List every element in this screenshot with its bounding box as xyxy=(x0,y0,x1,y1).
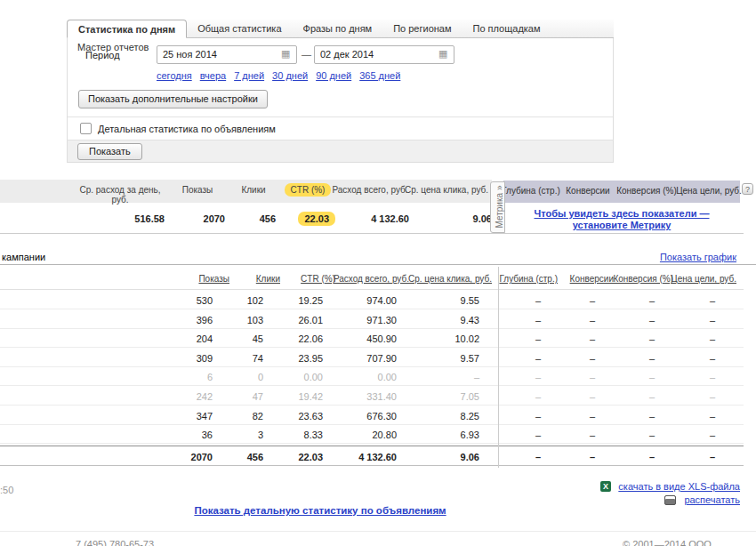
campaign-cell: – xyxy=(710,411,715,422)
summary-column-header: Ср. цена клика, руб. xyxy=(398,185,495,195)
campaign-cell: 9.43 xyxy=(461,315,479,325)
campaign-cell: 0 xyxy=(258,372,263,382)
quick-range-link[interactable]: вчера xyxy=(200,70,226,81)
campaign-column-header[interactable]: Глубина (стр.) xyxy=(499,274,558,284)
total-cell: 4 132.60 xyxy=(358,452,397,462)
campaign-cell: 45 xyxy=(253,333,263,344)
campaign-cell: 676.30 xyxy=(366,411,397,422)
campaign-row: 600.000.00––––– xyxy=(0,367,744,386)
summary-value: 2070 xyxy=(204,213,225,224)
campaign-column-header[interactable]: Расход всего, руб. xyxy=(334,274,409,284)
campaign-cell: 0.00 xyxy=(378,372,397,382)
campaign-column-header[interactable]: Конверсия (%) xyxy=(613,274,673,284)
campaign-cell: – xyxy=(710,372,715,382)
campaign-cell: 26.01 xyxy=(298,315,323,325)
total-cell: – xyxy=(710,452,715,462)
campaign-cell: – xyxy=(590,315,595,325)
metrika-column-header: Конверсия (%) xyxy=(611,186,682,196)
divider xyxy=(0,264,756,265)
tab-4[interactable]: По регионам xyxy=(382,20,462,38)
campaign-cell: 204 xyxy=(197,333,213,344)
quick-range-link[interactable]: сегодня xyxy=(157,70,192,81)
campaign-column-header[interactable]: CTR (%) xyxy=(301,274,335,284)
campaign-cell: – xyxy=(710,315,715,325)
campaign-cell: – xyxy=(535,391,541,402)
total-cell: – xyxy=(535,452,541,462)
campaign-cell: 82 xyxy=(253,411,263,422)
campaign-column-header[interactable]: Ср. цена клика, руб. xyxy=(408,274,492,284)
total-cell: 2070 xyxy=(191,452,213,462)
date-to-input[interactable]: 02 дек 2014 xyxy=(314,45,454,64)
printer-icon xyxy=(664,495,676,505)
metrika-column-header: Цена цели, руб. xyxy=(673,186,744,196)
campaign-cell: 47 xyxy=(253,391,263,402)
metrika-setup-link[interactable]: Чтобы увидеть здесь показатели — установ… xyxy=(503,208,740,231)
campaign-cell: – xyxy=(535,333,541,344)
metrika-setup-link-line2: установите Метрику xyxy=(503,220,740,231)
campaign-cell: – xyxy=(649,430,655,440)
quick-range-link[interactable]: 7 дней xyxy=(234,70,264,81)
date-from-input[interactable]: 25 ноя 2014 xyxy=(157,45,297,64)
tab-5[interactable]: По площадкам xyxy=(462,20,551,38)
campaign-cell: – xyxy=(710,295,715,306)
download-xls-link[interactable]: скачать в виде XLS-файла xyxy=(618,481,740,492)
print-link[interactable]: распечатать xyxy=(684,494,740,505)
campaign-cell: 19.25 xyxy=(298,295,323,306)
campaign-cell: 0.00 xyxy=(304,372,323,382)
tab-1[interactable]: Статистика по дням xyxy=(67,20,187,38)
calendar-icon[interactable]: ▦ xyxy=(438,49,447,59)
campaign-row: 3478223.63676.308.25–––– xyxy=(0,406,744,425)
calendar-icon[interactable]: ▦ xyxy=(281,49,290,59)
campaign-column-header[interactable]: Показы xyxy=(198,274,229,284)
show-chart-link[interactable]: Показать график xyxy=(660,252,736,262)
divider xyxy=(0,233,744,234)
campaign-cell: 331.40 xyxy=(366,391,397,402)
show-button[interactable]: Показать xyxy=(77,143,142,160)
campaign-cell: – xyxy=(535,411,541,422)
quick-range-link[interactable]: 30 дней xyxy=(272,70,308,81)
campaign-cell: 8.33 xyxy=(304,430,323,440)
extra-settings-button[interactable]: Показать дополнительные настройки xyxy=(78,90,268,108)
total-cell: 22.03 xyxy=(298,452,323,462)
filter-panel: Статистика по днямОбщая статистикаФразы … xyxy=(67,20,614,143)
campaign-cell: – xyxy=(535,353,541,364)
campaign-cell: 242 xyxy=(197,391,213,402)
campaign-cell: – xyxy=(590,353,595,364)
total-cell: 456 xyxy=(247,452,263,462)
campaign-cell: – xyxy=(649,372,655,382)
detailed-stats-checkbox[interactable] xyxy=(80,123,92,134)
quick-range-link[interactable]: 90 дней xyxy=(316,70,351,81)
tab-6[interactable]: Мастер отчетов xyxy=(67,38,159,57)
yandex-direct-stats-page: Статистика по днямОбщая статистикаФразы … xyxy=(0,0,756,546)
campaign-column-header[interactable]: Клики xyxy=(256,274,280,284)
campaign-column-header[interactable]: Цена цели, руб. xyxy=(671,274,736,284)
summary-value: 456 xyxy=(260,213,276,224)
detailed-stats-link[interactable]: Показать детальную статистику по объявле… xyxy=(84,505,556,516)
help-icon[interactable]: ? xyxy=(742,183,753,195)
campaign-row: 3097423.95707.909.57–––– xyxy=(0,349,744,367)
total-row: 207045622.034 132.609.06–––– xyxy=(0,446,744,466)
total-cell: – xyxy=(649,452,655,462)
excel-icon: X xyxy=(600,481,611,492)
campaign-cell: – xyxy=(649,353,655,364)
campaign-column-header[interactable]: Конверсии xyxy=(570,274,614,284)
campaign-cell: 36 xyxy=(202,430,213,440)
footer-copyright-fragment: © 2001—2014 ООО «Яндекс» xyxy=(623,539,756,546)
tab-bar: Статистика по днямОбщая статистикаФразы … xyxy=(67,20,614,38)
date-range-separator: — xyxy=(302,49,311,60)
campaign-cell: – xyxy=(649,411,655,422)
metrika-side-tab-label: Метрика » xyxy=(495,182,504,232)
tab-2[interactable]: Общая статистика xyxy=(187,20,292,38)
campaign-cell: 6.93 xyxy=(461,430,479,440)
campaign-cell: 6 xyxy=(207,372,213,382)
campaign-cell: – xyxy=(710,353,715,364)
summary-value: 9.06 xyxy=(473,213,492,224)
total-cell: – xyxy=(590,452,595,462)
campaign-cell: 22.06 xyxy=(298,333,323,344)
tab-3[interactable]: Фразы по дням xyxy=(293,20,383,38)
campaign-cell: 102 xyxy=(247,295,263,306)
metrika-setup-link-line1: Чтобы увидеть здесь показатели — xyxy=(503,208,740,220)
campaign-cell: 7.05 xyxy=(461,391,479,402)
quick-range-link[interactable]: 365 дней xyxy=(359,70,400,81)
campaign-cell: – xyxy=(474,372,479,382)
